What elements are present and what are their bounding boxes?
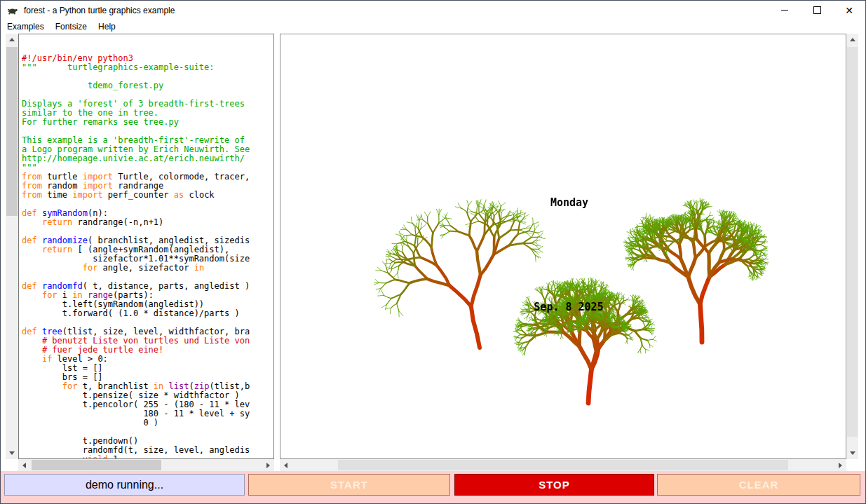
arrow-down-icon: [850, 451, 855, 455]
stop-button[interactable]: STOP: [454, 474, 654, 496]
window-controls: ✕: [769, 1, 865, 20]
arrow-up-icon: [850, 38, 855, 41]
editor-hscroll-track[interactable]: [30, 459, 262, 471]
status-label: demo running...: [4, 474, 245, 496]
code-text: #!/usr/bin/env python3""" turtlegraphics…: [22, 54, 273, 459]
menu-fontsize[interactable]: Fontsize: [50, 20, 92, 33]
arrow-up-icon: [9, 38, 15, 41]
canvas-scroll-right-button[interactable]: [834, 459, 846, 471]
titlebar: forest - a Python turtle graphics exampl…: [1, 1, 865, 20]
canvas-vscroll-thumb[interactable]: [847, 47, 858, 437]
minimize-button[interactable]: [769, 1, 801, 20]
editor-scroll-right-button[interactable]: [262, 459, 274, 471]
arrow-right-icon: [266, 463, 270, 468]
turtle-canvas: [280, 34, 846, 458]
editor-hscrollbar[interactable]: [18, 459, 274, 471]
minimize-icon: [781, 10, 788, 11]
canvas-scroll-left-button[interactable]: [280, 459, 292, 471]
arrow-left-icon: [22, 463, 26, 468]
arrow-right-icon: [839, 463, 842, 468]
button-bar: demo running... START STOP CLEAR: [1, 471, 865, 503]
canvas-hscroll-thumb[interactable]: [338, 460, 788, 470]
code-pane[interactable]: #!/usr/bin/env python3""" turtlegraphics…: [18, 34, 274, 459]
canvas-scroll-down-button[interactable]: [846, 447, 858, 459]
close-button[interactable]: ✕: [833, 1, 865, 20]
editor-vscroll-thumb[interactable]: [6, 47, 18, 216]
maximize-button[interactable]: [801, 1, 833, 20]
editor-vscroll-track[interactable]: [6, 46, 18, 447]
editor-hscroll-thumb[interactable]: [32, 460, 161, 470]
menubar: Examples Fontsize Help: [1, 20, 865, 34]
clear-button[interactable]: CLEAR: [657, 474, 860, 496]
arrow-left-icon: [284, 463, 287, 468]
canvas-vscrollbar[interactable]: [846, 34, 858, 459]
maximize-icon: [813, 6, 821, 14]
editor-scroll-left-button[interactable]: [18, 459, 30, 471]
canvas-hscrollbar[interactable]: [280, 459, 846, 471]
menu-help[interactable]: Help: [93, 20, 121, 33]
canvas-vscroll-track[interactable]: [846, 46, 858, 447]
editor-scroll-down-button[interactable]: [6, 447, 18, 459]
canvas-pane: [280, 34, 846, 459]
window-title: forest - a Python turtle graphics exampl…: [24, 6, 175, 15]
arrow-down-icon: [9, 451, 15, 455]
close-icon: ✕: [845, 6, 853, 15]
menu-examples[interactable]: Examples: [2, 20, 49, 33]
turtle-icon: [7, 5, 18, 16]
editor-vscrollbar[interactable]: [6, 34, 18, 459]
start-button[interactable]: START: [248, 474, 450, 496]
canvas-hscroll-track[interactable]: [292, 459, 834, 471]
canvas-scroll-up-button[interactable]: [846, 34, 858, 46]
turtledemo-window: forest - a Python turtle graphics exampl…: [0, 0, 866, 504]
editor-scroll-up-button[interactable]: [6, 34, 18, 46]
